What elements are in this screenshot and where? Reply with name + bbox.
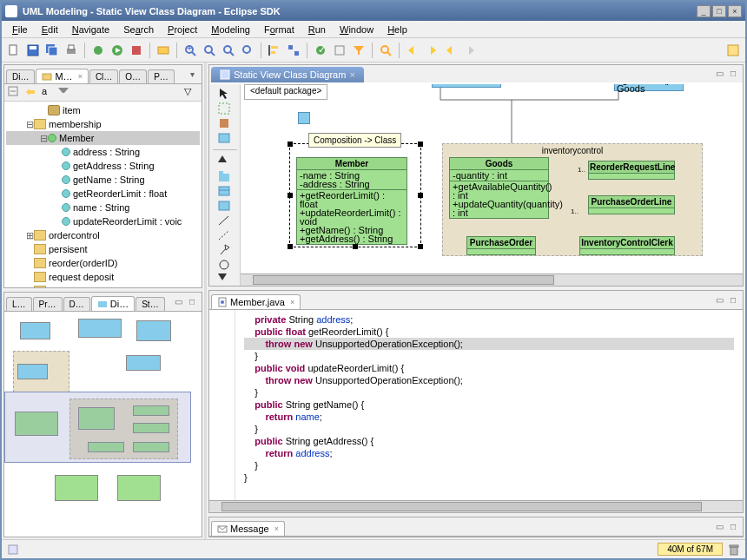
tab-member-java[interactable]: Member.java × bbox=[211, 294, 301, 309]
tab-p[interactable]: P… bbox=[148, 69, 175, 83]
tree-item[interactable]: reorder(orderID) bbox=[6, 256, 200, 270]
zoom-fit-button[interactable] bbox=[220, 42, 237, 59]
marquee-tool[interactable] bbox=[218, 102, 232, 115]
tree-item[interactable]: ⊟Member bbox=[6, 131, 200, 145]
debug-button[interactable] bbox=[89, 42, 107, 59]
new-button[interactable] bbox=[5, 42, 23, 59]
align-left-button[interactable] bbox=[266, 42, 283, 59]
run-button[interactable] bbox=[109, 42, 126, 59]
tab-diagram-outline[interactable]: Di… bbox=[91, 296, 135, 311]
uml-class-po[interactable]: PurchaseOrder bbox=[466, 236, 536, 255]
menu-window[interactable]: Window bbox=[333, 23, 380, 36]
uml-class-clerk[interactable]: InventoryControlClerk bbox=[579, 236, 675, 255]
diagram-hscroll[interactable] bbox=[241, 273, 743, 286]
menu-edit[interactable]: Edit bbox=[35, 23, 65, 36]
close-button[interactable]: × bbox=[728, 5, 742, 17]
zoom-100-button[interactable] bbox=[239, 42, 256, 59]
menu-run[interactable]: Run bbox=[301, 23, 333, 36]
print-button[interactable] bbox=[63, 42, 80, 59]
msg-max-icon[interactable]: □ bbox=[727, 522, 739, 534]
new-element-preview[interactable] bbox=[298, 112, 310, 124]
view-min-button[interactable]: ▽ bbox=[184, 86, 198, 100]
model-tree[interactable]: item⊟membership⊟Memberaddress : Stringge… bbox=[4, 102, 202, 287]
perspective-button[interactable] bbox=[724, 42, 742, 59]
breadcrumb[interactable]: <default package> bbox=[244, 84, 327, 100]
enum-tool[interactable] bbox=[218, 200, 232, 212]
tab-d[interactable]: D… bbox=[63, 297, 90, 311]
uml-class-top2[interactable]: +getGoods() : Goods bbox=[614, 84, 684, 91]
close-editor-icon[interactable]: × bbox=[290, 298, 294, 306]
next-edit-button[interactable] bbox=[423, 42, 440, 59]
package-tool[interactable] bbox=[218, 170, 232, 182]
uml-class-goods[interactable]: Goods -quantity : int +getAvailableQuant… bbox=[449, 157, 549, 219]
uml-class-poline[interactable]: PurchaseOrderLine bbox=[588, 195, 675, 214]
tree-item[interactable]: updateReorderLimit : voic bbox=[6, 214, 200, 228]
expander-icon[interactable]: ⊟ bbox=[25, 119, 34, 130]
collapse-all-button[interactable] bbox=[8, 86, 22, 100]
diagram-overview[interactable] bbox=[4, 312, 202, 537]
sort-button[interactable]: a bbox=[41, 86, 55, 100]
tab-st[interactable]: St… bbox=[136, 297, 164, 311]
tab-pr[interactable]: Pr… bbox=[33, 297, 63, 311]
save-all-button[interactable] bbox=[43, 42, 61, 59]
select-tool[interactable] bbox=[218, 88, 232, 100]
prev-edit-button[interactable] bbox=[404, 42, 421, 59]
ed2-max-icon[interactable]: □ bbox=[727, 295, 739, 307]
ext-tools-button[interactable] bbox=[128, 42, 145, 59]
menu-project[interactable]: Project bbox=[161, 23, 204, 36]
filter-button[interactable] bbox=[350, 42, 367, 59]
editor-hscroll[interactable] bbox=[209, 500, 743, 512]
max-icon[interactable]: □ bbox=[186, 297, 198, 309]
arrange-button[interactable] bbox=[285, 42, 302, 59]
minimize-button[interactable]: _ bbox=[697, 5, 711, 17]
menu-help[interactable]: Help bbox=[380, 23, 414, 36]
ed2-min-icon[interactable]: ▭ bbox=[713, 295, 725, 307]
tab-o[interactable]: O… bbox=[119, 69, 147, 83]
diagram-canvas[interactable]: +getGoods() : Goods <default package> Co… bbox=[241, 84, 743, 273]
ed-max-icon[interactable]: □ bbox=[727, 69, 739, 81]
back-button[interactable] bbox=[442, 42, 459, 59]
note-tool[interactable] bbox=[218, 117, 232, 129]
search-button[interactable] bbox=[377, 42, 394, 59]
menu-format[interactable]: Format bbox=[257, 23, 301, 36]
tree-item[interactable]: item bbox=[6, 103, 200, 117]
uml-class-member[interactable]: Member -name : String-address : String +… bbox=[296, 157, 407, 245]
view-menu-icon[interactable]: ▾ bbox=[186, 69, 198, 82]
general-tool[interactable] bbox=[218, 244, 232, 256]
ed-min-icon[interactable]: ▭ bbox=[713, 69, 725, 81]
tree-item[interactable]: ⊞ordercontrol bbox=[6, 228, 200, 242]
diagram-tab[interactable]: Static View Class Diagram × bbox=[211, 67, 364, 82]
new-uml-button[interactable] bbox=[155, 42, 172, 59]
menu-modeling[interactable]: Modeling bbox=[204, 23, 257, 36]
tree-item[interactable]: name : String bbox=[6, 201, 200, 214]
save-button[interactable] bbox=[24, 42, 42, 59]
tree-item[interactable]: getName : String bbox=[6, 173, 200, 187]
tree-item[interactable]: persisent bbox=[6, 242, 200, 256]
expander-icon[interactable]: ⊟ bbox=[39, 133, 48, 144]
gc-button[interactable] bbox=[728, 544, 740, 556]
tree-item[interactable]: address : String bbox=[6, 145, 200, 159]
min-icon[interactable]: ▭ bbox=[172, 297, 184, 309]
tree-item[interactable]: ⊟membership bbox=[6, 117, 200, 131]
depend-tool[interactable] bbox=[218, 229, 232, 241]
forward-button[interactable] bbox=[461, 42, 479, 59]
close-diagram-icon[interactable]: × bbox=[349, 69, 354, 80]
link-editor-button[interactable] bbox=[24, 86, 38, 100]
tree-item[interactable]: request deposit bbox=[6, 270, 200, 284]
assoc-tool[interactable] bbox=[218, 214, 232, 227]
tree-item[interactable]: getAddress : String bbox=[6, 159, 200, 173]
close-msg-icon[interactable]: × bbox=[274, 524, 279, 533]
tree-item[interactable]: requestDeposit(orderID) bbox=[6, 284, 200, 287]
validate-button[interactable]: ✓ bbox=[312, 42, 329, 59]
drawer-up-icon[interactable] bbox=[218, 155, 232, 168]
maximize-button[interactable]: □ bbox=[712, 5, 726, 17]
zoom-in-button[interactable]: + bbox=[182, 42, 199, 59]
tree-item[interactable]: getReorderLimit : float bbox=[6, 187, 200, 201]
interface-tool[interactable] bbox=[218, 185, 232, 197]
realize-tool[interactable] bbox=[218, 259, 232, 271]
menu-search[interactable]: Search bbox=[116, 23, 161, 36]
zoom-out-button[interactable] bbox=[201, 42, 218, 59]
tab-di[interactable]: Di… bbox=[6, 69, 35, 83]
tab-message[interactable]: Message × bbox=[211, 521, 285, 536]
code-editor[interactable]: private String address; public float get… bbox=[209, 310, 743, 500]
